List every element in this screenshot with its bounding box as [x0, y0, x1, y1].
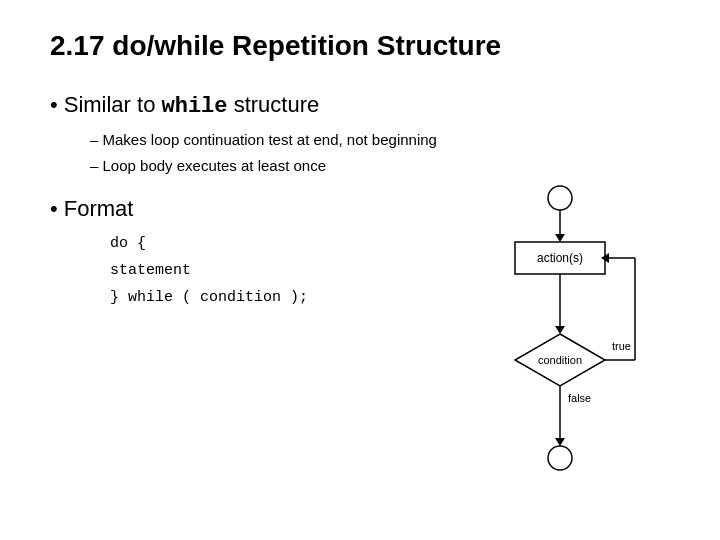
condition-label: condition [538, 354, 582, 366]
arrowhead-2 [555, 326, 565, 334]
bullet-sub-1: Makes loop continuation test at end, not… [90, 127, 670, 153]
end-circle [548, 446, 572, 470]
arrowhead-3 [555, 438, 565, 446]
page: 2.17 do/while Repetition Structure • Sim… [0, 0, 720, 540]
bullet-dot-2: • [50, 196, 58, 222]
start-circle [548, 186, 572, 210]
bullet-sub-2: Loop body executes at least once [90, 153, 670, 179]
bullet-2-text: Format [64, 196, 134, 222]
arrowhead-1 [555, 234, 565, 242]
bullet-1: • Similar to while structure Makes loop … [50, 92, 670, 178]
true-label: true [612, 340, 631, 352]
bullet-dot-1: • [50, 92, 58, 118]
flowchart: action(s) condition true false [460, 180, 660, 480]
bullet-1-subs: Makes loop continuation test at end, not… [90, 127, 670, 178]
flowchart-svg: action(s) condition true false [460, 180, 660, 480]
bullet-1-text: Similar to while structure [64, 92, 320, 119]
false-label: false [568, 392, 591, 404]
page-title: 2.17 do/while Repetition Structure [50, 30, 670, 62]
action-label: action(s) [537, 251, 583, 265]
while-keyword: while [162, 94, 228, 119]
bullet-1-main: • Similar to while structure [50, 92, 670, 119]
